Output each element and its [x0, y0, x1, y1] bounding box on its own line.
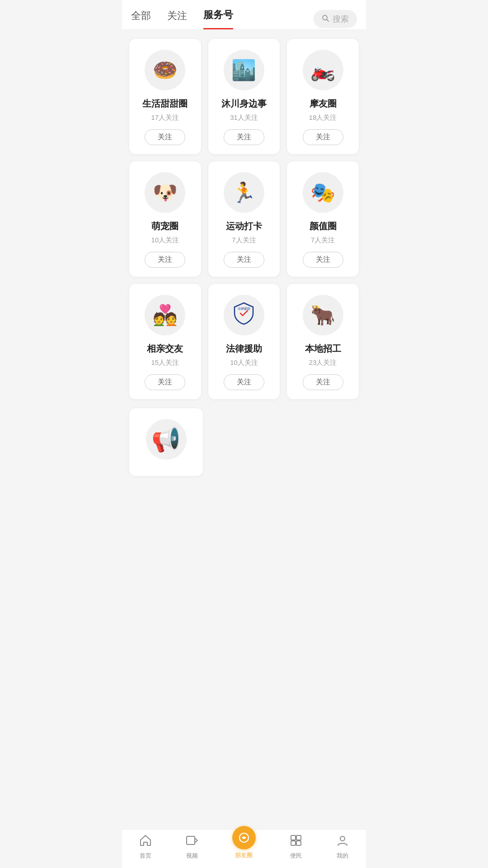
- card-10: 📢: [129, 408, 203, 476]
- tab-header: 全部 关注 服务号 搜索: [122, 0, 366, 30]
- card-8-avatar: 法律援助: [224, 295, 264, 335]
- card-5-follow-btn[interactable]: 关注: [224, 252, 264, 268]
- card-6-followers: 7人关注: [311, 236, 335, 245]
- card-1-followers: 17人关注: [151, 113, 179, 122]
- card-9-followers: 23人关注: [309, 359, 337, 367]
- card-9-follow-btn[interactable]: 关注: [303, 374, 343, 390]
- svg-text:法律援助: 法律援助: [238, 307, 250, 310]
- card-7-followers: 15人关注: [151, 359, 179, 367]
- card-8-title: 法律援助: [226, 343, 262, 355]
- card-5: 🏃 运动打卡 7人关注 关注: [208, 161, 280, 277]
- card-7-avatar: 💑: [145, 295, 185, 335]
- card-4-followers: 10人关注: [151, 236, 179, 245]
- card-5-title: 运动打卡: [226, 220, 262, 232]
- card-2-avatar: 🏙️: [224, 50, 264, 90]
- card-4-follow-btn[interactable]: 关注: [145, 252, 185, 268]
- card-8: 法律援助 法律援助 10人关注 关注: [208, 284, 280, 399]
- card-4-avatar: 🐶: [145, 172, 185, 213]
- card-3-title: 摩友圈: [310, 98, 337, 110]
- card-1: 🍩 生活甜甜圈 17人关注 关注: [129, 39, 201, 154]
- card-9-avatar: 🐂: [303, 295, 343, 335]
- tab-service[interactable]: 服务号: [203, 8, 233, 29]
- card-4: 🐶 萌宠圈 10人关注 关注: [129, 161, 201, 277]
- card-6-avatar: 🎭: [303, 172, 343, 213]
- card-9: 🐂 本地招工 23人关注 关注: [287, 284, 359, 399]
- card-8-followers: 10人关注: [230, 359, 258, 367]
- card-8-follow-btn[interactable]: 关注: [224, 374, 264, 390]
- service-grid: 🍩 生活甜甜圈 17人关注 关注 🏙️ 沐川身边事 31人关注 关注 🏍️ 摩友…: [122, 30, 366, 408]
- card-7: 💑 相亲交友 15人关注 关注: [129, 284, 201, 399]
- card-3-follow-btn[interactable]: 关注: [303, 129, 343, 145]
- card-2-title: 沐川身边事: [221, 98, 267, 110]
- tab-follow[interactable]: 关注: [167, 9, 187, 29]
- card-6: 🎭 颜值圈 7人关注 关注: [287, 161, 359, 277]
- card-2-followers: 31人关注: [230, 113, 258, 122]
- card-7-title: 相亲交友: [147, 343, 183, 355]
- card-4-title: 萌宠圈: [151, 220, 178, 232]
- card-9-title: 本地招工: [305, 343, 341, 355]
- search-box[interactable]: 搜索: [314, 10, 357, 28]
- card-5-followers: 7人关注: [232, 236, 256, 245]
- card-1-avatar: 🍩: [145, 50, 185, 90]
- partial-row: 📢: [122, 408, 366, 485]
- card-1-title: 生活甜甜圈: [142, 98, 188, 110]
- card-3-followers: 18人关注: [309, 113, 337, 122]
- card-7-follow-btn[interactable]: 关注: [145, 374, 185, 390]
- card-3: 🏍️ 摩友圈 18人关注 关注: [287, 39, 359, 154]
- svg-line-1: [327, 19, 328, 21]
- search-icon: [322, 14, 329, 24]
- card-6-title: 颜值圈: [310, 220, 337, 232]
- card-3-avatar: 🏍️: [303, 50, 343, 90]
- search-placeholder: 搜索: [333, 14, 349, 24]
- card-6-follow-btn[interactable]: 关注: [303, 252, 343, 268]
- card-10-avatar: 📢: [146, 419, 187, 460]
- card-5-avatar: 🏃: [224, 172, 264, 213]
- card-1-follow-btn[interactable]: 关注: [145, 129, 185, 145]
- tab-all[interactable]: 全部: [131, 9, 151, 29]
- card-2-follow-btn[interactable]: 关注: [224, 129, 264, 145]
- card-2: 🏙️ 沐川身边事 31人关注 关注: [208, 39, 280, 154]
